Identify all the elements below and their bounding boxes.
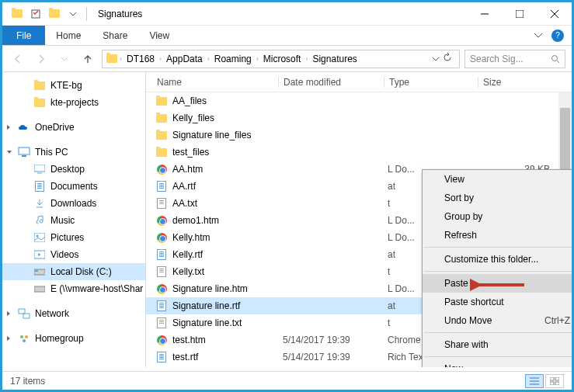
back-button[interactable]	[9, 50, 27, 68]
file-row[interactable]: AA_files	[146, 92, 572, 109]
breadcrumb[interactable]: › DT168› AppData› Roaming› Microsoft› Si…	[102, 50, 460, 68]
menu-item-label: Group by	[444, 211, 482, 222]
svg-rect-18	[19, 309, 25, 314]
crumb-microsoft[interactable]: Microsoft	[260, 54, 304, 64]
nav-network[interactable]: Network	[2, 305, 145, 322]
up-button[interactable]	[78, 50, 97, 68]
close-button[interactable]	[537, 3, 572, 25]
txt-icon	[155, 317, 168, 329]
recent-dropdown-icon[interactable]	[55, 50, 74, 68]
crumb-dt168[interactable]: DT168	[123, 54, 158, 64]
forward-button[interactable]	[32, 50, 50, 68]
menu-item-sort-by[interactable]: Sort by	[423, 189, 572, 207]
column-name[interactable]: Name	[146, 77, 278, 88]
nav-local-disk-c[interactable]: Local Disk (C:)	[2, 263, 145, 280]
folder-icon	[9, 5, 26, 23]
file-name: Signature line.htm	[172, 283, 248, 294]
nav-documents[interactable]: Documents	[2, 178, 145, 195]
file-name: test.htm	[172, 335, 206, 345]
nav-desktop[interactable]: Desktop	[2, 161, 145, 178]
menu-item-label: Sort by	[444, 193, 474, 203]
downloads-icon	[33, 197, 46, 210]
folder-icon	[155, 129, 168, 141]
menu-item-undo-move[interactable]: Undo MoveCtrl+Z	[423, 311, 572, 330]
search-input[interactable]: Search Sig...	[464, 50, 565, 68]
svg-rect-27	[550, 377, 554, 380]
nav-music[interactable]: Music	[2, 212, 145, 229]
thumbnails-view-button[interactable]	[545, 374, 564, 388]
home-tab[interactable]: Home	[45, 26, 92, 45]
nav-pictures[interactable]: Pictures	[2, 229, 145, 246]
network-drive-icon	[33, 283, 46, 295]
crumb-roaming[interactable]: Roaming	[211, 54, 255, 64]
svg-rect-17	[34, 286, 45, 292]
nav-network-drive-e[interactable]: E (\\vmware-host\Shar	[2, 280, 145, 297]
refresh-icon[interactable]	[442, 52, 453, 65]
maximize-button[interactable]	[502, 3, 537, 25]
menu-item-view[interactable]: View	[423, 170, 572, 189]
nav-this-pc[interactable]: This PC	[2, 144, 145, 161]
menu-item-group-by[interactable]: Group by	[423, 207, 572, 226]
svg-line-6	[557, 61, 559, 63]
menu-shortcut: Ctrl+Z	[544, 315, 570, 326]
music-icon	[33, 214, 46, 227]
folder-icon	[155, 95, 168, 107]
nav-downloads[interactable]: Downloads	[2, 195, 145, 212]
chrome-icon	[155, 214, 168, 227]
svg-rect-9	[34, 165, 45, 172]
new-folder-qat-icon[interactable]	[46, 5, 63, 23]
file-date: 5/14/2017 19:39	[278, 335, 383, 345]
onedrive-icon	[18, 121, 30, 134]
chrome-icon	[155, 283, 168, 295]
computer-icon	[18, 146, 30, 158]
column-date[interactable]: Date modified	[279, 77, 384, 88]
column-headers: Name Date modified Type Size	[146, 72, 572, 92]
qat-dropdown-icon[interactable]	[64, 5, 82, 23]
search-placeholder: Search Sig...	[470, 54, 524, 64]
menu-item-paste[interactable]: Paste	[423, 274, 572, 293]
nav-videos[interactable]: Videos	[2, 246, 145, 263]
menu-item-new[interactable]: New	[423, 359, 572, 367]
menu-item-refresh[interactable]: Refresh	[423, 226, 572, 245]
minimize-button[interactable]	[467, 3, 502, 25]
ribbon-expand-icon[interactable]	[534, 30, 542, 41]
nav-folder-kte-projects[interactable]: kte-projects	[2, 94, 145, 111]
file-date: 5/14/2017 19:39	[278, 352, 383, 363]
menu-item-label: Refresh	[444, 230, 477, 241]
nav-homegroup[interactable]: Homegroup	[2, 330, 145, 347]
homegroup-icon	[18, 332, 30, 345]
crumb-appdata[interactable]: AppData	[163, 54, 206, 64]
column-size[interactable]: Size	[478, 77, 572, 88]
properties-qat-icon[interactable]	[27, 5, 44, 23]
svg-point-22	[23, 339, 26, 342]
titlebar: Signatures	[2, 2, 572, 26]
menu-item-label: Undo Move	[444, 315, 492, 326]
menu-item-customize-this-folder[interactable]: Customize this folder...	[423, 250, 572, 269]
details-view-button[interactable]	[525, 374, 544, 388]
status-bar: 17 items	[2, 371, 572, 390]
help-icon[interactable]: ?	[551, 29, 564, 42]
menu-item-paste-shortcut[interactable]: Paste shortcut	[423, 293, 572, 311]
menu-item-label: Customize this folder...	[444, 254, 538, 265]
svg-rect-2	[516, 10, 524, 18]
file-row[interactable]: Signature line_files	[146, 127, 572, 144]
context-menu: ViewSort byGroup byRefreshCustomize this…	[422, 169, 572, 367]
share-tab[interactable]: Share	[92, 26, 138, 45]
file-tab[interactable]: File	[2, 26, 45, 45]
file-name: Kelly.txt	[172, 266, 204, 277]
view-tab[interactable]: View	[138, 26, 180, 45]
crumb-signatures[interactable]: Signatures	[309, 54, 360, 64]
address-dropdown-icon[interactable]	[433, 54, 439, 64]
nav-folder-kte-bg[interactable]: KTE-bg	[2, 77, 145, 94]
file-name: Signature line.rtf	[172, 300, 240, 311]
file-name: Kelly_files	[172, 113, 214, 123]
svg-rect-30	[555, 382, 559, 385]
svg-point-13	[37, 235, 39, 238]
column-type[interactable]: Type	[384, 77, 478, 88]
menu-item-share-with[interactable]: Share with	[423, 335, 572, 354]
svg-rect-12	[34, 233, 45, 242]
file-row[interactable]: test_files	[146, 144, 572, 161]
file-row[interactable]: Kelly_files	[146, 109, 572, 127]
rtf-icon	[155, 248, 168, 261]
nav-onedrive[interactable]: OneDrive	[2, 119, 145, 136]
